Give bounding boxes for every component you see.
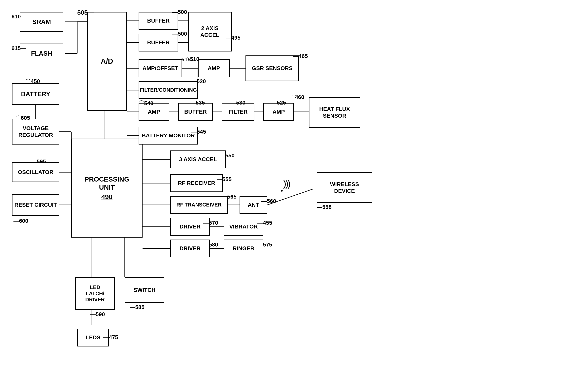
filter-cond-box: FILTER/CONDITIONING — [139, 81, 198, 99]
driver1-id: —570 — [203, 220, 218, 226]
reset-circuit-box: RESET CIRCUIT — [12, 194, 59, 216]
switch-box: SWITCH — [125, 277, 164, 303]
battery-box: BATTERY — [12, 83, 59, 105]
wireless-device-id: —558 — [317, 204, 332, 210]
ant-id: —560 — [261, 198, 276, 204]
rf-transceiver-id: —565 — [222, 194, 236, 200]
rf-transceiver-box: RF TRANSCEIVER — [170, 196, 228, 214]
sram-id: 610— — [12, 14, 26, 20]
heat-flux-id: 460 — [295, 94, 304, 100]
reset-circuit-id: —600 — [14, 218, 28, 224]
ad-id: 505— — [77, 9, 94, 16]
accel2axis-id: —495 — [226, 35, 241, 41]
battery-monitor-id: —545 — [191, 129, 206, 135]
rf-receiver-id: —555 — [217, 176, 232, 182]
buffer2-id: —500 — [172, 31, 187, 37]
led-latch-box: LEDLATCH/DRIVER — [75, 277, 115, 310]
accel3axis-id: —550 — [220, 153, 235, 159]
flash-id: 615— — [12, 45, 26, 52]
radio-dot: • — [281, 187, 283, 195]
flash-box: FLASH — [20, 43, 63, 63]
sram-box: SRAM — [20, 12, 63, 32]
voltage-reg-id: 605 — [21, 115, 30, 121]
leds-id: —475 — [103, 334, 118, 340]
led-latch-id: —590 — [90, 311, 105, 318]
battery-id: 450 — [31, 78, 40, 84]
amp540-id: ⌒540 — [139, 99, 153, 107]
vibrator-id: —455 — [257, 220, 272, 226]
accel2axis-box: 2 AXISACCEL — [188, 12, 232, 52]
amp-gsr-box: AMP — [198, 59, 230, 77]
amp525-id: —525 — [271, 99, 286, 106]
radio-waves: ))) — [283, 178, 290, 189]
amp-gsr-arc: ⌒ — [187, 56, 192, 62]
battery-monitor-box: BATTERY MONITOR — [139, 127, 198, 144]
oscillator-id: 595 — [37, 158, 46, 165]
gsr-sensors-box: GSR SENSORS — [246, 56, 299, 81]
processing-unit-box: PROCESSINGUNIT 490 — [71, 139, 142, 238]
accel3axis-box: 3 AXIS ACCEL — [170, 151, 226, 168]
switch-id: —585 — [130, 304, 145, 310]
voltage-reg-box: VOLTAGEREGULATOR — [12, 119, 59, 144]
voltage-reg-arc: ⌒ — [16, 115, 21, 121]
buffer535-id: —535 — [190, 99, 205, 106]
amp-offset-box: AMP/OFFSET — [139, 59, 182, 77]
ad-box: A/D — [87, 12, 127, 111]
battery-arc: ⌒ — [26, 78, 30, 84]
gsr-sensors-id: —465 — [293, 53, 308, 59]
ringer-id: —575 — [257, 241, 272, 248]
heat-flux-box: HEAT FLUXSENSOR — [309, 97, 360, 128]
filter530-id: —530 — [231, 99, 246, 106]
circuit-diagram: SRAM 610— FLASH 615— BATTERY 450 ⌒ VOLTA… — [0, 0, 568, 392]
amp-gsr-id: 510 — [190, 56, 199, 62]
buffer1-id: —500 — [172, 9, 187, 15]
filter-cond-id: —520 — [191, 78, 206, 84]
heat-flux-arc: ⌒ — [291, 94, 296, 100]
oscillator-box: OSCILLATOR — [12, 162, 59, 182]
driver2-id: —580 — [203, 241, 218, 248]
rf-receiver-box: RF RECEIVER — [170, 174, 223, 192]
wireless-device-box: WIRELESSDEVICE — [317, 172, 372, 203]
